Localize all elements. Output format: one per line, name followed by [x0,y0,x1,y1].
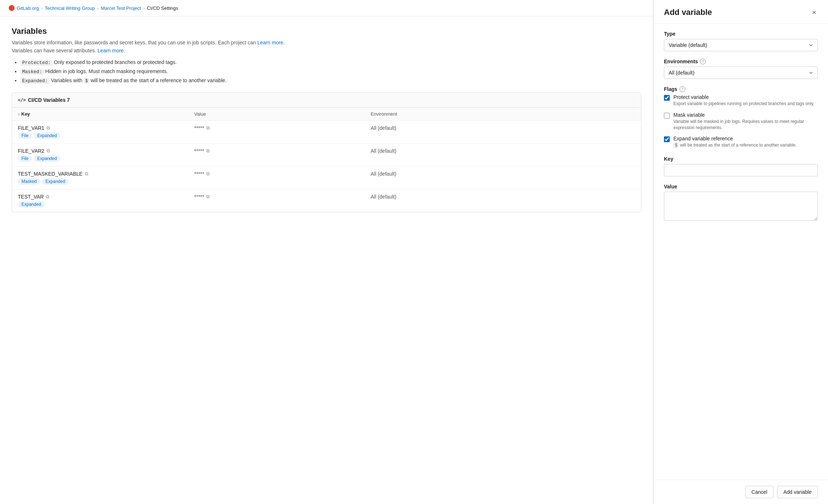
key-text: FILE_VAR2 [18,148,44,154]
copy-icon[interactable]: ⧉ [47,125,50,131]
mask-variable-title: Mask variable [673,112,818,118]
table-row: FILE_VAR1 ⧉ File Expanded ***** ⧉ All (d… [12,121,641,144]
copy-value-icon[interactable]: ⧉ [206,125,210,131]
breadcrumb: GitLab.org › Technical Writing Group › M… [0,0,653,16]
mask-variable-item: Mask variable Variable will be masked in… [664,112,818,131]
copy-icon[interactable]: ⧉ [46,194,49,200]
expand-variable-checkbox[interactable] [664,136,670,142]
breadcrumb-project[interactable]: Marcel Test Project [101,5,141,11]
dollar-sign: $ [84,78,89,84]
variables-description: Variables store information, like passwo… [12,40,641,45]
gitlab-icon [9,5,15,11]
tag-expanded: Expanded [18,201,45,208]
breadcrumb-current: CI/CD Settings [147,5,178,11]
environments-help-icon[interactable]: ? [700,59,706,64]
add-variable-button[interactable]: Add variable [777,486,818,498]
row-key-cell: FILE_VAR1 ⧉ File Expanded [18,125,194,139]
value-textarea[interactable] [664,192,818,221]
row-key-cell: FILE_VAR2 ⧉ File Expanded [18,148,194,162]
environments-select[interactable]: All (default) production staging [664,67,818,79]
col-header-value: Value [194,111,371,117]
expanded-badge: Expanded: [20,78,49,84]
row-value-cell: ***** ⧉ [194,194,371,200]
expand-variable-label[interactable]: Expand variable reference $ will be trea… [664,136,818,149]
close-button[interactable]: × [811,7,818,17]
cancel-button[interactable]: Cancel [745,486,774,498]
col-header-actions [547,111,635,117]
mask-variable-text: Mask variable Variable will be masked in… [673,112,818,131]
key-name: FILE_VAR2 ⧉ [18,148,194,154]
key-text: TEST_VAR [18,194,44,200]
key-group: Key [664,156,818,176]
tag-expanded: Expanded [33,132,60,139]
value-group: Value [664,184,818,222]
learn-more-link-1[interactable]: Learn more. [257,40,284,45]
main-content: Variables Variables store information, l… [0,16,653,223]
key-text: FILE_VAR1 [18,125,44,131]
copy-value-icon[interactable]: ⧉ [206,148,210,154]
tag-file: File [18,132,32,139]
mask-variable-checkbox[interactable] [664,113,670,119]
protect-variable-text: Protect variable Export variable to pipe… [673,94,818,107]
cicd-table-count: 7 [67,97,70,103]
panel-body: Type Variable (default) File Environment… [654,24,828,480]
copy-icon[interactable]: ⧉ [85,171,88,177]
flags-label-row: Flags ? [664,86,818,92]
cicd-table: </> CI/CD Variables 7 ↑ Key Value Enviro… [12,92,641,212]
type-group: Type Variable (default) File [664,31,818,51]
row-key-cell: TEST_VAR ⧉ Expanded [18,194,194,208]
expand-variable-item: Expand variable reference $ will be trea… [664,136,818,149]
table-row: TEST_MASKED_VARIABLE ⧉ Masked Expanded *… [12,167,641,189]
row-value-cell: ***** ⧉ [194,171,371,177]
value-label: Value [664,184,818,189]
value-masked: ***** [194,171,204,177]
row-value-cell: ***** ⧉ [194,148,371,154]
attr-masked: Masked: Hidden in job logs. Must match m… [20,68,641,75]
type-select[interactable]: Variable (default) File [664,39,818,51]
table-row: TEST_VAR ⧉ Expanded ***** ⧉ All (default… [12,189,641,212]
value-masked: ***** [194,125,204,131]
learn-more-link-2[interactable]: Learn more. [97,48,125,53]
breadcrumb-sep-3: › [143,5,144,11]
table-column-headers: ↑ Key Value Environment [12,108,641,121]
protect-variable-checkbox[interactable] [664,95,670,101]
copy-value-icon[interactable]: ⧉ [206,171,210,177]
key-tags: File Expanded [18,132,194,139]
mask-variable-label[interactable]: Mask variable Variable will be masked in… [664,112,818,131]
add-variable-panel: Add variable × Type Variable (default) F… [653,0,828,504]
copy-icon[interactable]: ⧉ [47,148,50,154]
flags-label: Flags [664,86,677,92]
type-label: Type [664,31,818,37]
sort-icon: ↑ [18,112,20,116]
cicd-table-header: </> CI/CD Variables 7 [12,93,641,108]
breadcrumb-gitlab[interactable]: GitLab.org [17,5,39,11]
tag-expanded: Expanded [33,155,60,162]
code-icon: </> [18,97,26,103]
key-tags: Masked Expanded [18,178,194,185]
flags-section: Flags ? Protect variable Export variable… [664,86,818,149]
key-text: TEST_MASKED_VARIABLE [18,171,83,177]
breadcrumb-group[interactable]: Technical Writing Group [45,5,95,11]
key-name: FILE_VAR1 ⧉ [18,125,194,131]
tag-file: File [18,155,32,162]
mask-variable-desc: Variable will be masked in job logs. Req… [673,119,818,131]
protect-variable-title: Protect variable [673,94,818,100]
col-header-key[interactable]: ↑ Key [18,111,194,117]
expand-variable-text: Expand variable reference $ will be trea… [673,136,818,149]
environments-label-row: Environments ? [664,59,818,64]
breadcrumb-sep-2: › [97,5,99,11]
row-env-cell: All (default) [371,148,547,154]
variables-attrs-intro: Variables can have several attributes. L… [12,48,641,53]
row-key-cell: TEST_MASKED_VARIABLE ⧉ Masked Expanded [18,171,194,185]
key-tags: File Expanded [18,155,194,162]
flags-help-icon[interactable]: ? [680,86,685,92]
copy-value-icon[interactable]: ⧉ [206,194,210,200]
expand-dollar-sign: $ [673,143,679,148]
protect-variable-desc: Export variable to pipelines running on … [673,101,818,107]
key-name: TEST_VAR ⧉ [18,194,194,200]
page-title: Variables [12,27,641,36]
cicd-table-title: CI/CD Variables [28,97,66,103]
row-env-cell: All (default) [371,125,547,131]
protect-variable-label[interactable]: Protect variable Export variable to pipe… [664,94,818,107]
key-input[interactable] [664,164,818,176]
